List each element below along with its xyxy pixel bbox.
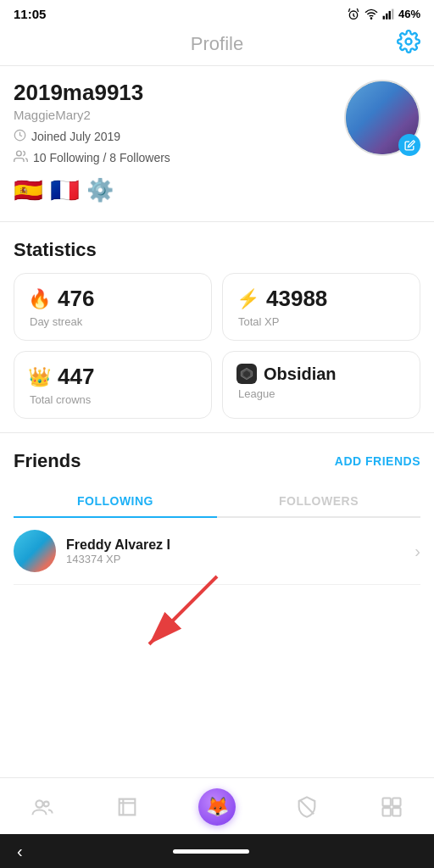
friend-info: Freddy Alvarez I 143374 XP: [66, 537, 415, 565]
nav-profile-avatar: 🦊: [198, 788, 236, 826]
settings-flag-icon[interactable]: ⚙️: [86, 177, 114, 203]
friend-name: Freddy Alvarez I: [66, 537, 415, 553]
alarm-icon: [347, 8, 360, 21]
svg-rect-17: [392, 798, 400, 806]
svg-line-12: [149, 576, 217, 644]
red-arrow-svg: [98, 568, 268, 670]
back-button[interactable]: ‹: [17, 842, 23, 861]
nav-store[interactable]: [370, 790, 414, 824]
language-flags: 🇪🇸 🇫🇷 ⚙️: [14, 176, 344, 204]
day-streak-value: 476: [58, 286, 94, 312]
day-streak-card: 🔥 476 Day streak: [14, 273, 212, 341]
crown-icon: 👑: [28, 366, 51, 388]
status-bar: 11:05 46%: [0, 0, 434, 25]
stats-grid: 🔥 476 Day streak ⚡ 43988 Total XP 👑 447 …: [14, 273, 420, 419]
svg-line-15: [300, 800, 314, 814]
settings-gear-icon[interactable]: [397, 30, 420, 59]
join-date: Joined July 2019: [14, 129, 344, 144]
total-xp-value: 43988: [266, 286, 327, 312]
friends-tabs: FOLLOWING FOLLOWERS: [14, 486, 420, 518]
tab-following[interactable]: FOLLOWING: [14, 486, 217, 518]
nav-profile-active[interactable]: 🦊: [190, 785, 244, 829]
profile-info: 2019ma9913 MaggieMary2 Joined July 2019 …: [14, 80, 344, 204]
svg-rect-19: [392, 808, 400, 815]
nav-store-icon: [378, 793, 405, 821]
nav-social[interactable]: [20, 790, 64, 824]
statistics-title: Statistics: [14, 239, 420, 261]
svg-point-14: [44, 802, 49, 807]
svg-rect-18: [383, 808, 391, 815]
home-indicator: ‹: [0, 834, 434, 868]
total-crowns-label: Total crowns: [28, 393, 198, 406]
status-icons: 46%: [347, 8, 420, 21]
friend-xp: 143374 XP: [66, 553, 415, 565]
svg-point-8: [17, 151, 22, 156]
nav-learn-icon: [114, 793, 141, 821]
svg-rect-4: [389, 10, 391, 19]
league-value: Obsidian: [264, 364, 337, 384]
nav-shield[interactable]: [285, 790, 329, 824]
friends-section: Friends ADD FRIENDS FOLLOWING FOLLOWERS …: [0, 433, 434, 636]
nav-shield-icon: [293, 793, 320, 821]
username: 2019ma9913: [14, 80, 344, 106]
svg-rect-3: [386, 13, 387, 19]
statistics-section: Statistics 🔥 476 Day streak ⚡ 43988 Tota…: [0, 222, 434, 433]
add-friends-button[interactable]: ADD FRIENDS: [335, 454, 420, 468]
total-xp-label: Total XP: [236, 315, 406, 328]
signal-icon: [382, 8, 394, 21]
friend-chevron-icon: ›: [415, 542, 420, 561]
obsidian-league-card: Obsidian League: [222, 351, 420, 419]
league-label: League: [236, 387, 406, 400]
svg-rect-5: [392, 8, 393, 19]
profile-section: 2019ma9913 MaggieMary2 Joined July 2019 …: [0, 66, 434, 222]
battery-text: 46%: [398, 8, 420, 20]
bottom-navigation: 🦊: [0, 777, 434, 834]
svg-point-13: [36, 800, 42, 807]
obsidian-icon: [236, 364, 257, 384]
friends-title: Friends: [14, 450, 81, 472]
tab-followers[interactable]: FOLLOWERS: [217, 486, 420, 516]
total-crowns-value: 447: [58, 364, 94, 390]
avatar-wrap[interactable]: [344, 80, 420, 156]
page-title: Profile: [191, 33, 243, 55]
spain-flag: 🇪🇸: [14, 176, 43, 204]
people-icon: [14, 149, 28, 166]
svg-rect-16: [383, 798, 391, 806]
friend-avatar: [14, 530, 56, 572]
lightning-icon: ⚡: [236, 288, 259, 310]
nav-learn[interactable]: [105, 790, 149, 824]
follow-counts: 10 Following / 8 Followers: [14, 149, 344, 166]
user-handle: MaggieMary2: [14, 108, 344, 122]
edit-avatar-button[interactable]: [398, 134, 420, 156]
home-pill[interactable]: [173, 849, 249, 854]
wifi-icon: [364, 8, 378, 21]
fire-icon: 🔥: [28, 288, 51, 310]
total-xp-card: ⚡ 43988 Total XP: [222, 273, 420, 341]
clock-icon: [14, 129, 26, 144]
day-streak-label: Day streak: [28, 315, 198, 328]
page-header: Profile: [0, 25, 434, 66]
status-time: 11:05: [14, 7, 46, 21]
svg-point-1: [370, 18, 371, 19]
svg-point-6: [406, 38, 412, 44]
france-flag: 🇫🇷: [50, 176, 80, 204]
nav-social-icon: [29, 793, 56, 821]
total-crowns-card: 👑 447 Total crowns: [14, 351, 212, 419]
svg-rect-2: [383, 15, 385, 19]
arrow-annotation: [14, 585, 420, 636]
friends-header: Friends ADD FRIENDS: [14, 450, 420, 472]
